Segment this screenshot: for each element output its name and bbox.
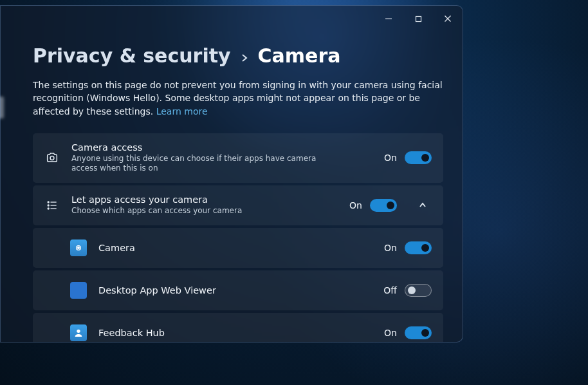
let-apps-card: Let apps access your camera Choose which… (33, 185, 443, 225)
app-toggle-feedback-hub[interactable] (405, 326, 432, 339)
let-apps-toggle[interactable] (370, 199, 397, 212)
let-apps-expand-button[interactable] (414, 196, 432, 214)
page-title: Camera (258, 44, 341, 67)
app-toggle-desktop-app-web-viewer[interactable] (405, 284, 432, 297)
minimize-icon (385, 15, 392, 23)
svg-point-7 (48, 205, 49, 206)
let-apps-subtitle: Choose which apps can access your camera (71, 206, 329, 216)
svg-point-9 (48, 208, 49, 209)
close-icon (444, 15, 452, 23)
settings-content: Privacy & security Camera The settings o… (33, 44, 445, 342)
camera-icon (44, 151, 60, 165)
app-row-feedback-hub: Feedback Hub On (33, 313, 443, 342)
settings-window: Privacy & security Camera The settings o… (0, 5, 463, 343)
camera-access-title: Camera access (71, 142, 372, 153)
svg-rect-1 (416, 16, 421, 21)
page-description: The settings on this page do not prevent… (33, 79, 445, 118)
breadcrumb: Privacy & security Camera (33, 44, 445, 67)
app-state: On (384, 243, 397, 253)
chevron-right-icon (240, 50, 249, 66)
maximize-icon (415, 15, 422, 23)
app-state: On (384, 328, 397, 338)
let-apps-title: Let apps access your camera (71, 194, 338, 205)
app-icon-web (70, 282, 87, 299)
let-apps-state: On (349, 200, 362, 211)
camera-access-card: Camera access Anyone using this device c… (33, 133, 443, 183)
maximize-button[interactable] (403, 6, 433, 32)
camera-access-state: On (384, 153, 397, 163)
svg-point-13 (77, 330, 80, 333)
learn-more-link[interactable]: Learn more (156, 106, 208, 117)
list-icon (44, 199, 60, 212)
app-toggle-camera[interactable] (405, 241, 432, 254)
close-button[interactable] (433, 6, 463, 32)
svg-point-5 (48, 202, 49, 203)
svg-point-4 (50, 156, 54, 160)
minimize-button[interactable] (374, 6, 403, 32)
camera-access-subtitle: Anyone using this device can choose if t… (71, 154, 329, 174)
app-icon-feedback (70, 324, 87, 341)
app-icon-camera (70, 239, 87, 256)
chevron-up-icon (418, 201, 427, 210)
app-name: Desktop App Web Viewer (98, 285, 372, 296)
app-row-camera: Camera On (33, 228, 443, 268)
svg-point-12 (78, 247, 80, 249)
breadcrumb-root[interactable]: Privacy & security (33, 44, 231, 67)
description-text: The settings on this page do not prevent… (33, 80, 443, 117)
camera-access-toggle[interactable] (405, 151, 432, 164)
window-controls (374, 6, 463, 32)
app-name: Camera (98, 243, 372, 253)
app-name: Feedback Hub (98, 328, 372, 338)
app-state: Off (383, 285, 397, 296)
app-row-desktop-app-web-viewer: Desktop App Web Viewer Off (33, 270, 443, 310)
